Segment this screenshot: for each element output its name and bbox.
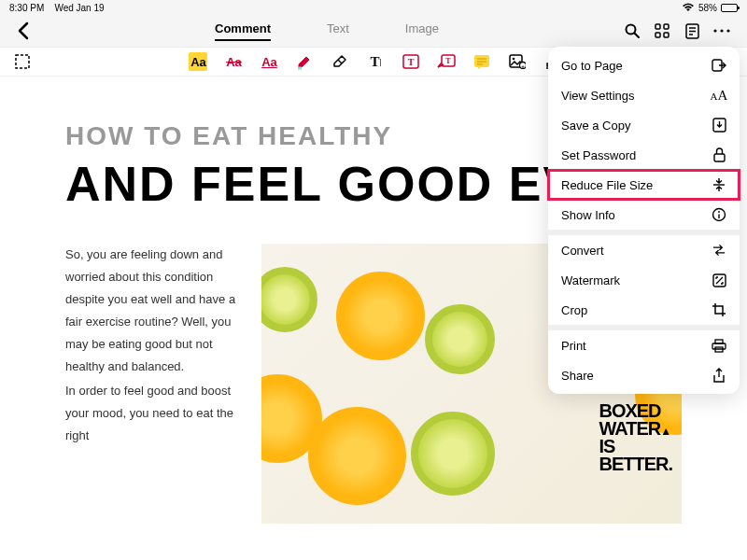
battery-percent: 58%: [698, 3, 717, 13]
nav-bar: Comment Text Image: [0, 15, 747, 47]
menu-item-watermark[interactable]: Watermark: [548, 265, 740, 295]
svg-line-1: [635, 34, 640, 38]
svg-point-24: [513, 58, 515, 61]
svg-rect-3: [664, 24, 669, 29]
back-button[interactable]: [17, 21, 30, 40]
select-icon[interactable]: [13, 52, 32, 71]
image-insert-icon[interactable]: +: [508, 52, 527, 71]
tab-image[interactable]: Image: [405, 21, 439, 41]
textbox-icon[interactable]: T: [402, 52, 420, 71]
svg-rect-4: [655, 33, 660, 37]
tab-text[interactable]: Text: [327, 21, 349, 41]
svg-rect-37: [712, 343, 726, 349]
status-date: Wed Jan 19: [54, 3, 104, 13]
status-time: 8:30 PM: [9, 3, 44, 13]
menu-item-label: View Settings: [561, 89, 635, 103]
menu-item-label: Show Info: [561, 208, 615, 222]
status-bar: 8:30 PM Wed Jan 19 58%: [0, 0, 747, 15]
svg-point-12: [726, 29, 729, 32]
nav-actions: [624, 22, 730, 39]
eraser-icon[interactable]: [331, 52, 349, 71]
share-icon: [712, 368, 726, 383]
box-label: BOXED WATER▲ IS BETTER.: [599, 402, 672, 473]
convert-icon: [712, 243, 726, 258]
status-right: 58%: [682, 3, 738, 13]
menu-item-label: Print: [561, 339, 586, 353]
menu-item-label: Convert: [561, 244, 604, 258]
menu-item-label: Share: [561, 369, 594, 383]
menu-item-set-password[interactable]: Set Password: [548, 140, 740, 170]
menu-item-go-to-page[interactable]: Go to Page: [548, 50, 740, 80]
more-icon[interactable]: [713, 22, 730, 39]
wifi-icon: [682, 3, 695, 12]
svg-rect-5: [664, 33, 669, 37]
save-icon: [712, 118, 726, 133]
grid-icon[interactable]: [654, 22, 670, 39]
info-icon: [712, 207, 726, 222]
underline-icon[interactable]: Aa: [260, 52, 278, 71]
svg-text:T: T: [408, 57, 415, 67]
menu-item-crop[interactable]: Crop: [548, 295, 740, 325]
marker-icon[interactable]: [295, 52, 314, 71]
svg-text:T: T: [446, 57, 452, 65]
doc-para1: So, you are feeling down and worried abo…: [65, 244, 243, 378]
svg-point-10: [713, 29, 716, 32]
menu-item-label: Crop: [561, 303, 587, 317]
menu-item-reduce-file-size[interactable]: Reduce File Size: [548, 170, 740, 200]
svg-line-14: [338, 60, 342, 63]
tab-comment[interactable]: Comment: [215, 21, 271, 41]
strikethrough-icon[interactable]: Aa: [224, 52, 243, 71]
doc-body: So, you are feeling down and worried abo…: [65, 244, 243, 524]
battery-icon: [721, 4, 738, 12]
svg-rect-13: [16, 55, 29, 68]
goto-icon: [712, 58, 726, 73]
callout-icon[interactable]: T: [437, 52, 456, 71]
svg-rect-2: [655, 24, 660, 29]
print-icon: [712, 338, 726, 353]
lock-icon: [712, 147, 726, 162]
watermark-icon: [712, 273, 726, 287]
search-icon[interactable]: [624, 22, 641, 39]
svg-text:+: +: [522, 63, 526, 69]
page-icon[interactable]: [684, 22, 700, 39]
highlight-icon[interactable]: Aa: [189, 52, 207, 71]
menu-item-show-info[interactable]: Show Info: [548, 200, 740, 230]
text-icon[interactable]: T|: [366, 52, 385, 71]
menu-item-label: Watermark: [561, 273, 620, 287]
menu-item-view-settings[interactable]: View SettingsAA: [548, 80, 740, 110]
svg-point-11: [720, 29, 723, 32]
menu-item-label: Reduce File Size: [561, 178, 653, 192]
more-menu: Go to PageView SettingsAASave a CopySet …: [548, 47, 740, 394]
svg-point-33: [718, 211, 720, 213]
menu-item-label: Go to Page: [561, 59, 623, 73]
reduce-icon: [712, 177, 726, 192]
menu-item-convert[interactable]: Convert: [548, 230, 740, 265]
doc-para2: In order to feel good and boost your moo…: [65, 380, 243, 447]
menu-item-print[interactable]: Print: [548, 325, 740, 360]
menu-item-label: Set Password: [561, 148, 636, 162]
menu-item-share[interactable]: Share: [548, 360, 740, 390]
menu-item-label: Save a Copy: [561, 119, 630, 133]
note-icon[interactable]: [472, 52, 491, 71]
nav-tabs: Comment Text Image: [30, 21, 624, 41]
crop-icon: [712, 302, 726, 317]
menu-item-save-a-copy[interactable]: Save a Copy: [548, 110, 740, 140]
svg-rect-30: [714, 154, 725, 161]
viewsettings-icon: AA: [712, 88, 726, 103]
status-left: 8:30 PM Wed Jan 19: [9, 3, 105, 13]
